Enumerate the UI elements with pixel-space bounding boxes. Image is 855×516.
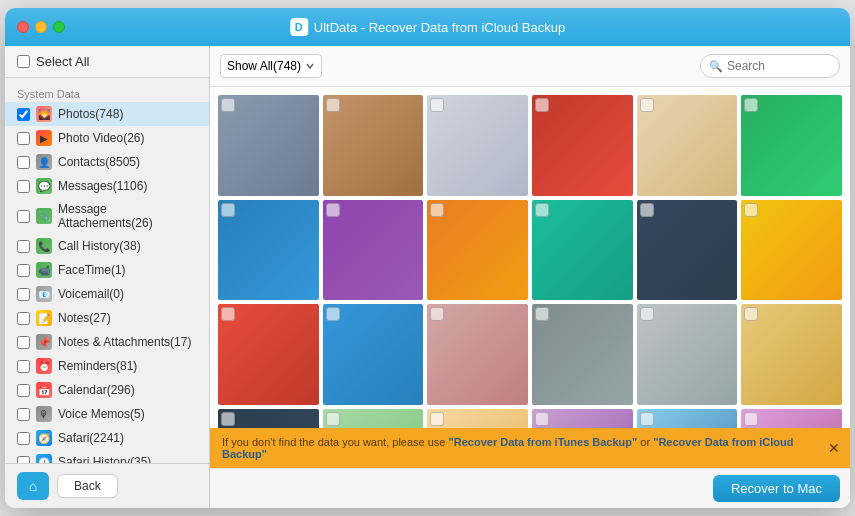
msg-att-icon: 📎 [36, 208, 52, 224]
photo-cell[interactable] [427, 304, 528, 405]
sidebar-item-facetime[interactable]: 📹 FaceTime(1) [5, 258, 209, 282]
photo-checkbox[interactable] [640, 307, 654, 321]
photo-cell[interactable] [637, 304, 738, 405]
sidebar-checkbox-voice-memos[interactable] [17, 408, 30, 421]
select-all-checkbox[interactable] [17, 55, 30, 68]
sidebar-item-messages[interactable]: 💬 Messages(1106) [5, 174, 209, 198]
system-data-label: System Data [5, 82, 209, 102]
notification-close-button[interactable]: ✕ [828, 440, 840, 456]
photo-checkbox[interactable] [221, 203, 235, 217]
photo-cell[interactable] [323, 304, 424, 405]
back-button[interactable]: Back [57, 474, 118, 498]
sidebar-item-msg-att[interactable]: 📎 Message Attachements(26) [5, 198, 209, 234]
photo-checkbox[interactable] [326, 203, 340, 217]
recover-button[interactable]: Recover to Mac [713, 475, 840, 502]
photo-checkbox[interactable] [744, 412, 758, 426]
photo-cell[interactable] [218, 95, 319, 196]
photo-checkbox[interactable] [430, 98, 444, 112]
photo-checkbox[interactable] [535, 203, 549, 217]
photo-checkbox[interactable] [221, 412, 235, 426]
sidebar-checkbox-call-history[interactable] [17, 240, 30, 253]
photo-cell[interactable] [218, 409, 319, 428]
photo-cell[interactable] [637, 409, 738, 428]
photo-cell[interactable] [532, 409, 633, 428]
photo-cell[interactable] [323, 95, 424, 196]
sidebar-checkbox-notes[interactable] [17, 312, 30, 325]
sidebar-label-safari: Safari(2241) [58, 431, 124, 445]
photo-cell[interactable] [741, 200, 842, 301]
photo-checkbox[interactable] [221, 307, 235, 321]
sidebar-checkbox-voicemail[interactable] [17, 288, 30, 301]
minimize-button[interactable] [35, 21, 47, 33]
sidebar-checkbox-photos[interactable] [17, 108, 30, 121]
sidebar-checkbox-photo-video[interactable] [17, 132, 30, 145]
photo-cell[interactable] [637, 200, 738, 301]
sidebar-checkbox-safari-history[interactable] [17, 456, 30, 464]
photo-checkbox[interactable] [640, 98, 654, 112]
sidebar-item-photo-video[interactable]: ▶ Photo Video(26) [5, 126, 209, 150]
photo-cell[interactable] [741, 95, 842, 196]
sidebar-checkbox-safari[interactable] [17, 432, 30, 445]
notification-link1[interactable]: "Recover Data from iTunes Backup" [449, 436, 638, 448]
search-input[interactable] [727, 59, 831, 73]
photo-checkbox[interactable] [326, 412, 340, 426]
sidebar-item-call-history[interactable]: 📞 Call History(38) [5, 234, 209, 258]
sidebar-item-voicemail[interactable]: 📧 Voicemail(0) [5, 282, 209, 306]
select-all-row[interactable]: Select All [17, 54, 197, 69]
photo-cell[interactable] [427, 409, 528, 428]
sidebar-item-voice-memos[interactable]: 🎙 Voice Memos(5) [5, 402, 209, 426]
main-toolbar: Show All(748) 🔍 [210, 46, 850, 87]
sidebar-checkbox-reminders[interactable] [17, 360, 30, 373]
sidebar-checkbox-messages[interactable] [17, 180, 30, 193]
sidebar-item-safari[interactable]: 🧭 Safari(2241) [5, 426, 209, 450]
photo-cell[interactable] [532, 304, 633, 405]
calendar-icon: 📅 [36, 382, 52, 398]
sidebar-item-notes[interactable]: 📝 Notes(27) [5, 306, 209, 330]
photo-checkbox[interactable] [535, 98, 549, 112]
photo-checkbox[interactable] [535, 412, 549, 426]
photo-checkbox[interactable] [744, 307, 758, 321]
photo-checkbox[interactable] [326, 98, 340, 112]
photo-cell[interactable] [532, 95, 633, 196]
maximize-button[interactable] [53, 21, 65, 33]
sidebar-checkbox-msg-att[interactable] [17, 210, 30, 223]
sidebar-checkbox-contacts[interactable] [17, 156, 30, 169]
photo-cell[interactable] [532, 200, 633, 301]
sidebar-item-reminders[interactable]: ⏰ Reminders(81) [5, 354, 209, 378]
photo-checkbox[interactable] [744, 203, 758, 217]
window-title: D UltData - Recover Data from iCloud Bac… [290, 18, 565, 36]
photo-checkbox[interactable] [430, 412, 444, 426]
sidebar-item-calendar[interactable]: 📅 Calendar(296) [5, 378, 209, 402]
photo-checkbox[interactable] [640, 412, 654, 426]
home-button[interactable]: ⌂ [17, 472, 49, 500]
photo-cell[interactable] [427, 95, 528, 196]
photo-cell[interactable] [637, 95, 738, 196]
photo-checkbox[interactable] [221, 98, 235, 112]
photo-cell[interactable] [741, 304, 842, 405]
photo-cell[interactable] [741, 409, 842, 428]
photos-icon: 🌄 [36, 106, 52, 122]
sidebar-item-contacts[interactable]: 👤 Contacts(8505) [5, 150, 209, 174]
show-all-select[interactable]: Show All(748) [220, 54, 322, 78]
photo-checkbox[interactable] [430, 307, 444, 321]
photo-cell[interactable] [323, 409, 424, 428]
photo-cell[interactable] [427, 200, 528, 301]
photo-checkbox[interactable] [326, 307, 340, 321]
sidebar-item-safari-history[interactable]: 🕐 Safari History(35) [5, 450, 209, 463]
photo-checkbox[interactable] [430, 203, 444, 217]
photo-cell[interactable] [323, 200, 424, 301]
sidebar-label-photo-video: Photo Video(26) [58, 131, 145, 145]
sidebar-item-photos[interactable]: 🌄 Photos(748) [5, 102, 209, 126]
photo-checkbox[interactable] [535, 307, 549, 321]
sidebar-checkbox-facetime[interactable] [17, 264, 30, 277]
call-history-icon: 📞 [36, 238, 52, 254]
close-button[interactable] [17, 21, 29, 33]
photo-cell[interactable] [218, 200, 319, 301]
sidebar-checkbox-calendar[interactable] [17, 384, 30, 397]
main-panel: Show All(748) 🔍 If you don't find the da… [210, 46, 850, 508]
photo-checkbox[interactable] [744, 98, 758, 112]
photo-checkbox[interactable] [640, 203, 654, 217]
sidebar-checkbox-notes-att[interactable] [17, 336, 30, 349]
sidebar-item-notes-att[interactable]: 📌 Notes & Attachments(17) [5, 330, 209, 354]
photo-cell[interactable] [218, 304, 319, 405]
